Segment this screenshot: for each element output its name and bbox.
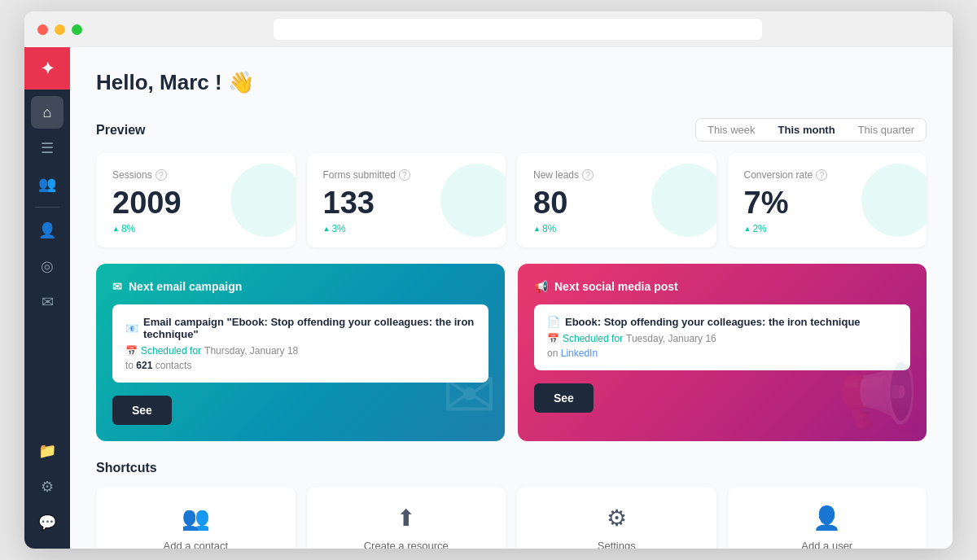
conversion-info-icon[interactable]: ?	[816, 169, 827, 181]
social-campaign-title: Next social media post	[554, 280, 678, 293]
add-contact-shortcut-label: Add a contact	[164, 540, 229, 549]
stat-card-new-leads: New leads ? 80 8%	[517, 153, 716, 247]
tab-this-month[interactable]: This month	[767, 119, 847, 141]
sidebar-bottom: 📁 ⚙ 💬	[31, 428, 64, 549]
calendar-icon-social: 📅	[547, 333, 559, 344]
period-tabs: This week This month This quarter	[695, 118, 927, 142]
stat-card-sessions: Sessions ? 2009 8%	[96, 153, 296, 247]
email-icon: ✉	[42, 293, 54, 311]
social-icon-small: 📄	[547, 316, 560, 328]
shortcut-create-resource[interactable]: ⬆ Create a resource	[307, 487, 506, 549]
calendar-icon: 📅	[125, 345, 138, 357]
sidebar-item-content[interactable]: ☰	[31, 132, 64, 164]
campaigns-grid: ✉ Next email campaign 📧 Email campaign "…	[96, 264, 927, 441]
url-bar[interactable]	[274, 19, 762, 40]
linkedin-link[interactable]: LinkedIn	[561, 348, 598, 359]
email-campaign-icon: ✉	[112, 280, 122, 293]
sidebar-item-goals[interactable]: ◎	[31, 250, 64, 282]
email-campaign-contacts: to 621 contacts	[125, 360, 475, 371]
preview-title: Preview	[96, 123, 145, 138]
goals-icon: ◎	[41, 257, 54, 275]
settings-icon: ⚙	[41, 478, 54, 496]
social-campaign-see-button[interactable]: See	[534, 383, 594, 413]
social-campaign-card: 📢 Next social media post 📄 Ebook: Stop o…	[518, 264, 927, 441]
preview-header: Preview This week This month This quarte…	[96, 118, 927, 142]
stat-card-forms-submitted: Forms submitted ? 133 3%	[307, 153, 506, 247]
greeting: Hello, Marc ! 👋	[96, 70, 927, 95]
social-campaign-inner: 📄 Ebook: Stop offending your colleagues:…	[534, 304, 910, 370]
email-campaign-name: 📧 Email campaign "Ebook: Stop offending …	[125, 316, 475, 340]
shortcut-add-user[interactable]: 👤 Add a user	[728, 487, 927, 549]
content-icon: ☰	[41, 139, 54, 157]
sidebar-nav: ⌂ ☰ 👥 👤 ◎ ✉	[31, 90, 64, 428]
titlebar	[24, 11, 953, 47]
sidebar-logo[interactable]: ✦	[24, 47, 70, 90]
add-contact-shortcut-icon: 👥	[182, 505, 210, 532]
leads-info-icon[interactable]: ?	[582, 169, 594, 181]
shortcut-add-contact[interactable]: 👥 Add a contact	[96, 487, 296, 549]
sidebar-item-home[interactable]: ⌂	[31, 96, 64, 129]
sidebar-item-chat[interactable]: 💬	[31, 506, 64, 539]
social-platform: on LinkedIn	[547, 348, 897, 359]
social-campaign-icon: 📢	[534, 280, 548, 293]
email-campaign-scheduled: 📅 Scheduled for Thursday, January 18	[125, 345, 475, 357]
tab-this-quarter[interactable]: This quarter	[847, 119, 926, 141]
shortcuts-title: Shortcuts	[96, 461, 927, 475]
forms-info-icon[interactable]: ?	[399, 169, 410, 181]
stats-grid: Sessions ? 2009 8% Forms submitted ? 133…	[96, 153, 927, 247]
window-controls	[37, 24, 82, 35]
sidebar-item-add-contact[interactable]: 👤	[31, 214, 64, 247]
email-campaign-inner: 📧 Email campaign "Ebook: Stop offending …	[112, 304, 488, 383]
sidebar-item-files[interactable]: 📁	[31, 435, 64, 467]
create-resource-shortcut-icon: ⬆	[396, 505, 415, 532]
add-user-shortcut-label: Add a user	[801, 540, 852, 549]
close-button[interactable]	[37, 24, 48, 35]
home-icon: ⌂	[43, 104, 52, 121]
shortcuts-grid: 👥 Add a contact ⬆ Create a resource ⚙ Se…	[96, 487, 927, 549]
sidebar-item-settings[interactable]: ⚙	[31, 470, 64, 503]
email-icon-small: 📧	[125, 322, 138, 335]
stat-card-conversion-rate: Conversion rate ? 7% 2%	[728, 153, 927, 247]
shortcut-settings[interactable]: ⚙ Settings	[517, 487, 716, 549]
sidebar-item-email[interactable]: ✉	[31, 286, 64, 318]
email-campaign-card: ✉ Next email campaign 📧 Email campaign "…	[96, 264, 505, 441]
sidebar-divider	[35, 207, 59, 208]
minimize-button[interactable]	[55, 24, 65, 35]
chat-icon: 💬	[38, 514, 56, 532]
sidebar-item-contacts[interactable]: 👥	[31, 168, 64, 200]
sessions-info-icon[interactable]: ?	[156, 169, 167, 181]
settings-shortcut-icon: ⚙	[607, 505, 627, 532]
app-window: ✦ ⌂ ☰ 👥 👤 ◎ ✉	[24, 11, 953, 549]
sidebar: ✦ ⌂ ☰ 👥 👤 ◎ ✉	[24, 47, 70, 549]
add-user-shortcut-icon: 👤	[813, 505, 841, 532]
social-campaign-scheduled: 📅 Scheduled for Tuesday, January 16	[547, 333, 897, 344]
app-layout: ✦ ⌂ ☰ 👥 👤 ◎ ✉	[24, 47, 953, 549]
add-contact-icon: 👤	[38, 221, 56, 239]
files-icon: 📁	[38, 442, 56, 460]
contacts-icon: 👥	[38, 175, 56, 193]
maximize-button[interactable]	[72, 24, 82, 35]
email-campaign-see-button[interactable]: See	[112, 396, 172, 425]
settings-shortcut-label: Settings	[598, 540, 636, 549]
tab-this-week[interactable]: This week	[696, 119, 767, 141]
main-content: Hello, Marc ! 👋 Preview This week This m…	[70, 47, 953, 549]
create-resource-shortcut-label: Create a resource	[364, 540, 449, 549]
email-campaign-title: Next email campaign	[129, 280, 242, 293]
social-campaign-header: 📢 Next social media post	[534, 280, 910, 293]
social-post-name: 📄 Ebook: Stop offending your colleagues:…	[547, 316, 897, 328]
email-campaign-header: ✉ Next email campaign	[112, 280, 488, 293]
logo-icon: ✦	[41, 59, 55, 78]
